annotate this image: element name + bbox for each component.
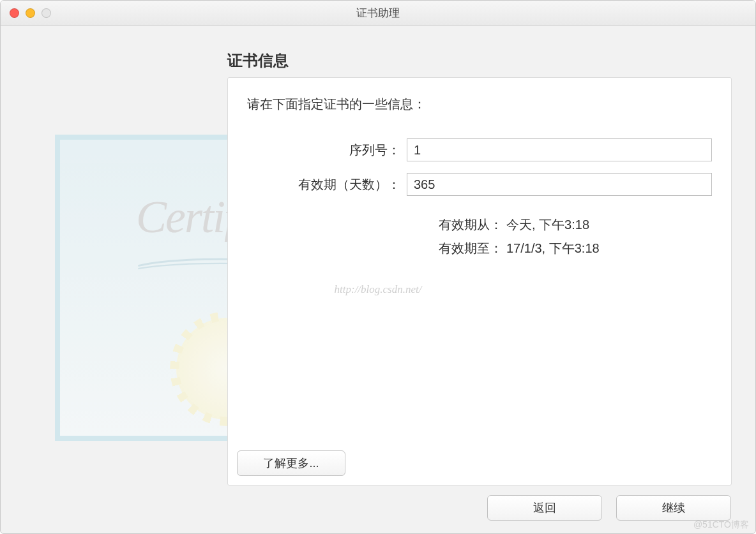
close-icon[interactable] bbox=[10, 8, 19, 18]
valid-to-row: 有效期至： 17/1/3, 下午3:18 bbox=[247, 240, 712, 257]
learn-more-button[interactable]: 了解更多... bbox=[237, 450, 345, 476]
back-button[interactable]: 返回 bbox=[487, 495, 602, 521]
titlebar: 证书助理 bbox=[1, 1, 755, 26]
dialog-content: Certificate 证书信息 请在下面指定证书的一些信息： 序列号： 有效期… bbox=[1, 26, 755, 533]
validity-label: 有效期（天数）： bbox=[247, 176, 407, 193]
serial-row: 序列号： bbox=[247, 138, 712, 161]
validity-row: 有效期（天数）： bbox=[247, 173, 712, 196]
window-controls bbox=[10, 8, 51, 18]
corner-watermark: @51CTO博客 bbox=[693, 519, 749, 531]
serial-input[interactable] bbox=[407, 138, 712, 161]
dialog-window: 证书助理 Certificate 证书信息 请在下面指定证书的一些信息： 序列号… bbox=[0, 0, 756, 534]
valid-from-label: 有效期从： bbox=[432, 216, 503, 234]
window-title: 证书助理 bbox=[8, 6, 748, 20]
valid-from-value: 今天, 下午3:18 bbox=[503, 216, 589, 234]
footer-buttons: 返回 继续 bbox=[487, 495, 731, 521]
valid-from-row: 有效期从： 今天, 下午3:18 bbox=[247, 216, 712, 234]
zoom-icon[interactable] bbox=[42, 8, 51, 18]
valid-to-value: 17/1/3, 下午3:18 bbox=[503, 240, 600, 257]
form-panel: 请在下面指定证书的一些信息： 序列号： 有效期（天数）： 有效期从： 今天, 下… bbox=[227, 77, 732, 486]
center-watermark: http://blog.csdn.net/ bbox=[335, 283, 422, 296]
page-heading: 证书信息 bbox=[227, 50, 289, 71]
continue-button[interactable]: 继续 bbox=[616, 495, 731, 521]
valid-to-label: 有效期至： bbox=[432, 240, 503, 257]
validity-input[interactable] bbox=[407, 173, 712, 196]
minimize-icon[interactable] bbox=[26, 8, 35, 18]
serial-label: 序列号： bbox=[247, 142, 407, 159]
instruction-text: 请在下面指定证书的一些信息： bbox=[247, 96, 712, 113]
